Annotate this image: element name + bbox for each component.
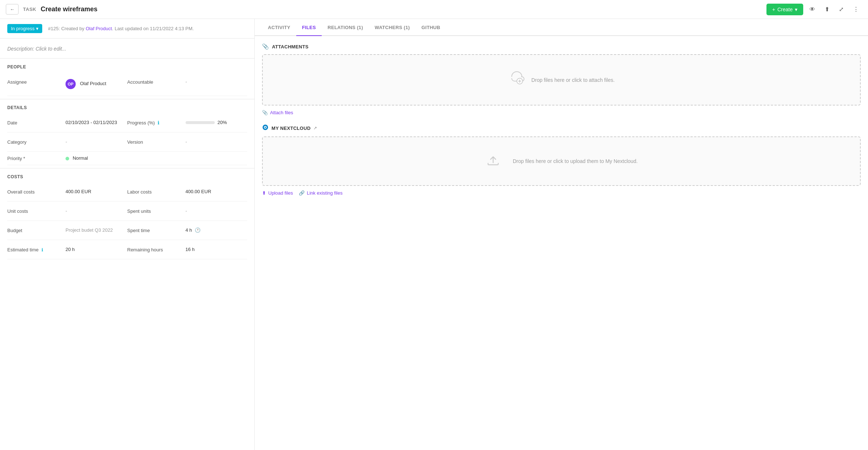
tab-relations[interactable]: RELATIONS (1) (322, 19, 369, 36)
costs-fields: Overall costs 400.00 EUR Labor costs 400… (0, 182, 254, 259)
remaining-hours-field: Remaining hours 16 h (127, 244, 247, 255)
meta-suffix: . Last updated on 11/21/2022 4:13 PM. (112, 26, 194, 31)
overall-costs-value: 400.00 EUR (66, 189, 127, 194)
link-icon: 🔗 (299, 190, 305, 196)
more-options-icon: ⋮ (853, 6, 859, 12)
category-field: Category - (7, 136, 127, 148)
accountable-field: Accountable - (127, 76, 247, 88)
eye-icon: 👁 (809, 6, 815, 12)
back-arrow-icon: ← (10, 7, 15, 12)
attach-files-link[interactable]: 📎 Attach files (262, 110, 861, 115)
assignee-field: Assignee OP Olaf Product (7, 76, 127, 92)
upload-drop-icon (485, 152, 501, 171)
svg-point-4 (265, 127, 266, 128)
overall-labor-row: Overall costs 400.00 EUR Labor costs 400… (7, 182, 247, 202)
people-row: Assignee OP Olaf Product Accountable - (7, 72, 247, 96)
costs-section-header: COSTS (0, 168, 254, 182)
assignee-label: Assignee (7, 79, 66, 85)
create-label: Create (777, 7, 793, 12)
author-link[interactable]: Olaf Product (86, 26, 112, 31)
labor-costs-value: 400.00 EUR (186, 189, 247, 194)
version-field: Version - (127, 136, 247, 148)
version-value: - (186, 139, 247, 144)
main-layout: In progress ▾ #125: Created by Olaf Prod… (0, 19, 868, 450)
labor-costs-label: Labor costs (127, 189, 186, 195)
unit-costs-label: Unit costs (7, 208, 66, 214)
priority-dot-icon (66, 157, 69, 160)
overall-costs-field: Overall costs 400.00 EUR (7, 186, 127, 198)
people-section-header: PEOPLE (0, 58, 254, 72)
upload-zone-inner: Drop files here or click to upload them … (485, 152, 638, 171)
spent-units-field: Spent units - (127, 205, 247, 217)
labor-costs-field: Labor costs 400.00 EUR (127, 186, 247, 198)
estimated-remaining-row: Estimated time ℹ 20 h Remaining hours 16… (7, 240, 247, 259)
unit-spent-row: Unit costs - Spent units - (7, 202, 247, 221)
meta-text: #125: Created by Olaf Product. Last upda… (48, 26, 194, 31)
priority-value: Normal (66, 155, 247, 161)
details-fields: Date 02/10/2023 - 02/11/2023 Progress (%… (0, 113, 254, 165)
category-label: Category (7, 139, 66, 145)
nextcloud-icon (262, 124, 269, 132)
attach-link-icon: 📎 (262, 110, 268, 115)
remaining-hours-label: Remaining hours (127, 247, 186, 252)
spent-time-value: 4 h 🕐 (186, 227, 247, 233)
eye-button[interactable]: 👁 (806, 4, 819, 15)
progress-info-icon: ℹ (158, 120, 159, 126)
estimated-time-value: 20 h (66, 247, 127, 252)
estimated-time-field: Estimated time ℹ 20 h (7, 244, 127, 255)
attachment-drop-text: Drop files here or click to attach files… (531, 77, 615, 83)
nextcloud-drop-text: Drop files here or click to upload them … (513, 158, 638, 164)
nextcloud-title: MY NEXTCLOUD (272, 126, 310, 131)
topbar-right: + Create ▾ 👁 ⬆ ⤢ ⋮ (766, 3, 862, 15)
tabs-bar: ACTIVITY FILES RELATIONS (1) WATCHERS (1… (255, 19, 868, 36)
budget-label: Budget (7, 227, 66, 233)
tab-files[interactable]: FILES (296, 19, 322, 36)
description-area[interactable]: Description: Click to edit... (0, 39, 254, 55)
budget-spent-time-row: Budget Project budet Q3 2022 Spent time … (7, 221, 247, 240)
upload-files-link[interactable]: ⬆ Upload files (262, 190, 293, 196)
accountable-value: - (186, 79, 247, 84)
file-actions: ⬆ Upload files 🔗 Link existing files (262, 190, 861, 196)
avatar: OP (66, 79, 76, 89)
left-panel: In progress ▾ #125: Created by Olaf Prod… (0, 19, 255, 450)
tab-github[interactable]: GITHUB (416, 19, 446, 36)
attachments-section-title: 📎 ATTACHMENTS (262, 43, 861, 50)
attachment-drop-zone[interactable]: Drop files here or click to attach files… (262, 54, 861, 105)
tab-watchers[interactable]: WATCHERS (1) (369, 19, 416, 36)
link-existing-link[interactable]: 🔗 Link existing files (299, 190, 342, 196)
paperclip-icon: 📎 (262, 43, 269, 50)
external-link-icon[interactable]: ↗ (313, 126, 317, 131)
progress-value: 20% (186, 120, 247, 125)
progress-percent-text: 20% (218, 120, 227, 125)
page-title: Create wireframes (41, 5, 98, 13)
progress-field: Progress (%) ℹ 20% (127, 117, 247, 128)
priority-label: Priority * (7, 155, 66, 161)
back-button[interactable]: ← (6, 4, 19, 15)
create-dropdown-icon: ▾ (795, 7, 797, 12)
task-type-label: TASK (23, 7, 36, 12)
category-value: - (66, 139, 127, 144)
estimated-time-label: Estimated time ℹ (7, 247, 66, 252)
expand-icon: ⤢ (839, 6, 844, 12)
status-dropdown-icon: ▾ (36, 26, 39, 31)
nextcloud-drop-zone[interactable]: Drop files here or click to upload them … (262, 136, 861, 186)
right-panel: ACTIVITY FILES RELATIONS (1) WATCHERS (1… (255, 19, 868, 450)
create-button[interactable]: + Create ▾ (766, 4, 803, 15)
progress-label: Progress (%) ℹ (127, 120, 186, 126)
clock-icon: 🕐 (195, 227, 201, 233)
unit-costs-field: Unit costs - (7, 205, 127, 217)
date-field: Date 02/10/2023 - 02/11/2023 (7, 117, 127, 128)
spent-time-label: Spent time (127, 227, 186, 233)
expand-button[interactable]: ⤢ (836, 3, 847, 15)
more-options-button[interactable]: ⋮ (850, 3, 862, 15)
share-button[interactable]: ⬆ (821, 3, 833, 15)
tab-activity[interactable]: ACTIVITY (262, 19, 296, 36)
progress-bar-container: 20% (186, 120, 247, 125)
details-section-header: DETAILS (0, 99, 254, 113)
priority-row: Priority * Normal (7, 152, 247, 165)
status-badge[interactable]: In progress ▾ (7, 24, 42, 33)
description-placeholder: Description: Click to edit... (7, 46, 66, 52)
overall-costs-label: Overall costs (7, 189, 66, 195)
status-bar: In progress ▾ #125: Created by Olaf Prod… (0, 19, 254, 39)
spent-time-field: Spent time 4 h 🕐 (127, 224, 247, 236)
